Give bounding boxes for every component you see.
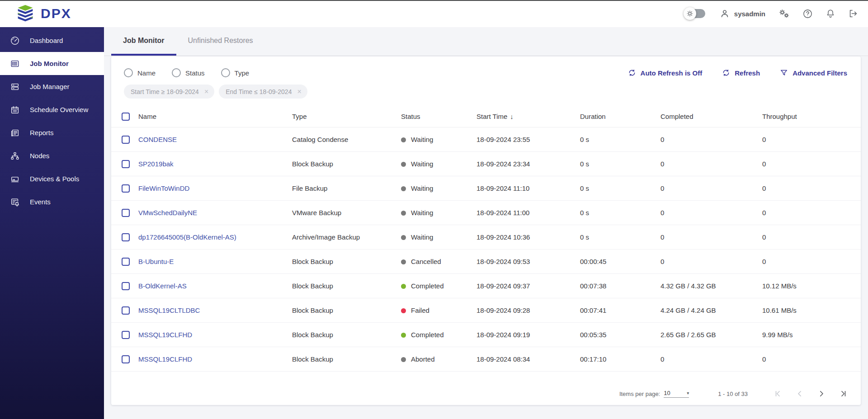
sidebar-item-label: Devices & Pools <box>30 175 79 183</box>
radio-name[interactable]: Name <box>124 68 156 77</box>
row-checkbox[interactable] <box>122 233 130 241</box>
refresh-label: Refresh <box>735 69 760 77</box>
last-page-button[interactable] <box>839 390 847 398</box>
column-header-completed[interactable]: Completed <box>660 105 762 127</box>
select-all-checkbox[interactable] <box>122 113 130 121</box>
main-content: Job Monitor Unfinished Restores Name Sta… <box>104 27 868 419</box>
cell-throughput: 9.99 MB/s <box>762 323 861 347</box>
cell-start-time: 18-09-2024 09:37 <box>476 274 580 298</box>
refresh-button[interactable]: Refresh <box>722 69 760 77</box>
column-header-status[interactable]: Status <box>401 105 476 127</box>
column-header-start-time[interactable]: Start Time↓ <box>476 105 580 127</box>
next-page-button[interactable] <box>817 390 826 398</box>
row-checkbox[interactable] <box>122 160 130 168</box>
row-checkbox[interactable] <box>122 136 130 144</box>
row-checkbox[interactable] <box>122 355 130 363</box>
job-name-link[interactable]: SP2019bak <box>138 160 174 168</box>
status-dot-icon <box>401 162 406 167</box>
logout-icon[interactable] <box>848 9 858 19</box>
notifications-bell-icon[interactable] <box>826 9 835 19</box>
help-icon[interactable] <box>802 9 813 19</box>
cell-duration: 00:07:38 <box>580 274 660 298</box>
previous-page-button[interactable] <box>796 390 804 398</box>
cell-type: Block Backup <box>292 298 401 323</box>
tab-label: Unfinished Restores <box>188 37 253 45</box>
job-name-link[interactable]: dp1726645005(B-OldKernel-AS) <box>138 233 236 241</box>
user-menu[interactable]: sysadmin <box>720 9 765 19</box>
refresh-icon <box>628 69 636 77</box>
cell-status: Waiting <box>401 225 476 250</box>
chip-close-icon[interactable]: × <box>204 88 208 96</box>
row-checkbox[interactable] <box>122 184 130 193</box>
sidebar-item-events[interactable]: Events <box>0 190 104 213</box>
job-name-link[interactable]: CONDENSE <box>138 136 177 143</box>
job-monitor-panel: Name Status Type <box>111 56 861 405</box>
advanced-filters-button[interactable]: Advanced Filters <box>780 69 847 77</box>
cell-completed: 0 <box>660 176 762 201</box>
job-name-link[interactable]: MSSQL19CLFHD <box>138 331 192 339</box>
sidebar-item-label: Schedule Overview <box>30 106 88 113</box>
sidebar-item-devices-pools[interactable]: Devices & Pools <box>0 167 104 190</box>
auto-refresh-button[interactable]: Auto Refresh is Off <box>628 69 703 77</box>
settings-gears-icon[interactable] <box>778 8 790 19</box>
cell-duration: 0 s <box>580 176 660 201</box>
items-per-page-select[interactable]: 10 ▾ <box>664 390 689 398</box>
cell-completed: 0 <box>660 225 762 250</box>
cell-type: Catalog Condense <box>292 127 401 152</box>
cell-completed: 4.24 GB / 4.24 GB <box>660 298 762 323</box>
sidebar-item-job-manager[interactable]: Job Manager <box>0 75 104 98</box>
first-page-button[interactable] <box>774 390 782 398</box>
job-monitor-list-icon <box>10 59 20 69</box>
job-name-link[interactable]: B-OldKernel-AS <box>138 282 187 290</box>
radio-label: Type <box>235 69 250 77</box>
user-name: sysadmin <box>734 10 765 18</box>
row-checkbox[interactable] <box>122 258 130 266</box>
sidebar-item-job-monitor[interactable]: Job Monitor <box>0 52 104 75</box>
job-name-link[interactable]: MSSQL19CLTLDBC <box>138 306 200 314</box>
toggle-knob-gear-icon[interactable] <box>684 7 696 20</box>
job-name-link[interactable]: B-Ubuntu-E <box>138 258 174 265</box>
tab-label: Job Monitor <box>123 37 165 45</box>
dpx-logo: DPX <box>15 5 71 23</box>
status-dot-icon <box>401 137 406 142</box>
column-header-type[interactable]: Type <box>292 105 401 127</box>
job-name-link[interactable]: VMwSchedDailyNE <box>138 209 197 217</box>
pagination-bar: Items per page: 10 ▾ 1 - 10 of 33 <box>619 390 847 398</box>
toggle-track[interactable] <box>685 9 705 18</box>
sidebar-item-reports[interactable]: Reports <box>0 121 104 144</box>
tab-job-monitor[interactable]: Job Monitor <box>111 27 176 56</box>
devices-drive-icon <box>10 174 20 184</box>
cell-start-time: 18-09-2024 11:10 <box>476 176 580 201</box>
sidebar-item-nodes[interactable]: Nodes <box>0 144 104 167</box>
row-checkbox[interactable] <box>122 209 130 217</box>
row-checkbox[interactable] <box>122 282 130 290</box>
row-checkbox[interactable] <box>122 331 130 339</box>
column-header-name[interactable]: Name <box>138 105 292 127</box>
schedule-calendar-icon <box>10 105 20 115</box>
chip-close-icon[interactable]: × <box>297 88 301 96</box>
status-dot-icon <box>401 284 406 289</box>
cell-type: File Backup <box>292 176 401 201</box>
cell-duration: 0 s <box>580 225 660 250</box>
logo-text: DPX <box>41 6 71 21</box>
radio-status[interactable]: Status <box>172 68 205 77</box>
pagination-range: 1 - 10 of 33 <box>718 391 748 397</box>
radio-type[interactable]: Type <box>221 68 250 77</box>
cell-status: Completed <box>401 323 476 347</box>
cell-throughput: 10.61 MB/s <box>762 298 861 323</box>
dark-mode-toggle[interactable] <box>685 9 707 18</box>
column-header-duration[interactable]: Duration <box>580 105 660 127</box>
cell-type: Block Backup <box>292 250 401 274</box>
top-border-line <box>0 0 868 1</box>
row-checkbox[interactable] <box>122 306 130 315</box>
column-header-throughput[interactable]: Throughput <box>762 105 861 127</box>
cell-type: Block Backup <box>292 323 401 347</box>
cell-start-time: 18-09-2024 23:34 <box>476 152 580 176</box>
job-name-link[interactable]: MSSQL19CLFHD <box>138 355 192 363</box>
job-name-link[interactable]: FileWinToWinDD <box>138 184 189 192</box>
advanced-filters-label: Advanced Filters <box>793 69 847 77</box>
tab-unfinished-restores[interactable]: Unfinished Restores <box>176 27 265 56</box>
sidebar-item-dashboard[interactable]: Dashboard <box>0 29 104 52</box>
filter-radio-group: Name Status Type <box>124 68 249 77</box>
sidebar-item-schedule-overview[interactable]: Schedule Overview <box>0 98 104 121</box>
